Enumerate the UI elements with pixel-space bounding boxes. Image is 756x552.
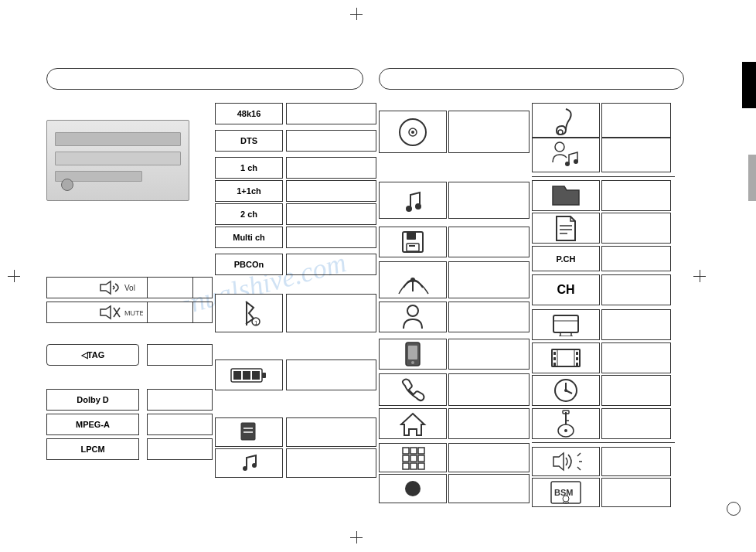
right-cell-pch [601,246,671,271]
guitar-icon-cell [532,408,600,439]
crosshair-bottom [350,531,363,543]
mid2-cell-8 [448,408,530,439]
home-icon-cell [379,408,447,439]
label-1plus1ch: 1+1ch [215,180,283,202]
svg-marker-3 [100,281,111,294]
document-icon [553,215,578,242]
label-multich: Multi ch [215,227,283,248]
label-2ch: 2 ch [215,203,283,225]
ll-cell-2 [147,302,213,323]
mid2-cell-2 [448,182,530,219]
floppy-icon [400,230,425,254]
svg-marker-33 [401,414,424,435]
handset-icon-cell [379,373,447,406]
svg-rect-13 [252,371,260,380]
svg-rect-34 [403,448,409,454]
label-48k16: 48k16 [215,103,283,124]
ll-cell-3 [147,344,213,366]
lm-cell-10 [286,417,376,447]
mid2-cell-3 [448,227,530,257]
lm-cell-1 [286,103,376,124]
right-cell-10 [601,478,671,507]
mid2-cell-10 [448,474,530,503]
lm-cell-3 [286,157,376,179]
disc-icon-cell [379,111,447,153]
handset-icon [400,377,427,404]
svg-text:MUTE: MUTE [124,309,143,317]
svg-point-68 [564,389,567,392]
svg-point-72 [564,429,567,432]
right-cell-7 [601,375,671,406]
svg-point-43 [405,481,421,496]
svg-rect-39 [418,455,424,462]
svg-point-45 [555,142,564,152]
right-cell-9 [601,447,671,476]
mid2-cell-7 [448,373,530,406]
lm-cell-8 [286,294,376,332]
clock-icon [553,377,580,404]
device-illustration [46,120,189,201]
divider-2 [532,442,675,443]
lm-cell-6 [286,227,376,248]
svg-rect-0 [246,302,247,325]
svg-line-75 [577,453,581,456]
divider-1 [532,176,675,177]
mid2-cell-4 [448,261,530,298]
bsm-icon: BSM [550,480,582,505]
svg-rect-41 [410,463,417,469]
right-cell-ch [601,274,671,305]
svg-point-47 [574,159,578,164]
svg-rect-12 [243,371,250,380]
ll-cell-4 [147,389,213,411]
right-cell-2 [601,138,671,172]
black-tab [742,62,756,108]
label-pbcon: PBCOn [215,254,283,275]
antenna-icon-cell [379,261,447,298]
film-icon [550,346,581,370]
svg-point-17 [243,466,247,471]
ll-cell-6 [147,438,213,460]
clef-icon [554,105,577,136]
svg-rect-51 [553,315,578,332]
crosshair-right [693,270,706,282]
crosshair-left [8,270,20,282]
folder-icon-cell [532,180,600,211]
svg-rect-61 [553,363,556,366]
tv-icon-cell [532,309,600,340]
svg-rect-27 [409,245,415,247]
lm-cell-4 [286,180,376,202]
crosshair-top [350,8,363,20]
right-cell-1 [601,103,671,138]
right-cell-8 [601,408,671,439]
mute-icon: MUTE [97,305,143,320]
guitar-icon [555,409,577,438]
svg-point-23 [415,203,421,210]
vol-icon: Vol [97,280,143,295]
small-doc-icon [237,421,261,444]
svg-marker-5 [100,306,111,319]
svg-rect-35 [410,448,417,454]
document-icon-cell [532,213,600,244]
clock-icon-cell [532,375,600,406]
svg-rect-62 [576,352,578,355]
lm-cell-11 [286,448,376,478]
label-mpega: MPEG-A [46,414,139,435]
svg-point-32 [411,361,414,364]
right-cell-5 [601,309,671,340]
person-music-icon-cell [532,138,600,172]
record-icon [401,477,424,500]
svg-rect-11 [233,371,241,380]
svg-rect-56 [552,349,580,366]
svg-text:Vol: Vol [124,284,135,292]
speaker-icon-cell [532,447,600,476]
svg-rect-10 [262,373,266,378]
grid-icon [400,445,425,470]
svg-point-29 [407,305,418,316]
label-pch: P.CH [532,246,600,271]
svg-rect-63 [576,357,578,360]
mid2-cell-5 [448,302,530,332]
home-icon [400,411,427,438]
svg-point-21 [411,131,414,134]
mid2-cell-6 [448,339,530,370]
right-cell-4 [601,213,671,244]
